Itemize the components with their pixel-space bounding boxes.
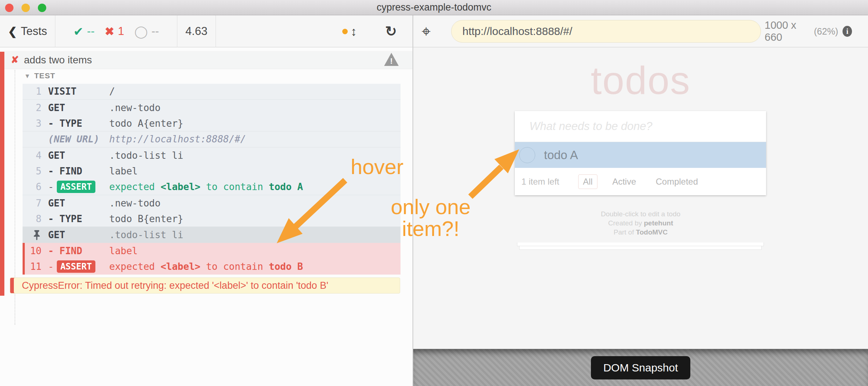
caret-down-icon: ▾ (25, 71, 29, 80)
stat-passed: ✔ -- (73, 24, 94, 39)
back-to-tests-button[interactable]: ❮ Tests (0, 15, 55, 47)
error-message: CypressError: Timed out retrying: expect… (22, 280, 328, 291)
petehunt-link[interactable]: petehunt (644, 219, 673, 227)
back-to-tests-label: Tests (21, 25, 47, 38)
minimize-window-icon[interactable] (21, 4, 30, 12)
todos-heading: todos (413, 58, 868, 103)
command-row-find[interactable]: 5 - FIND label (23, 163, 401, 179)
app-preview: todos todo A 1 item left All Active Comp… (413, 47, 868, 349)
refresh-icon[interactable]: ↻ (385, 15, 397, 47)
check-icon: ✔ (73, 24, 83, 39)
test-section-header[interactable]: ▾ TEST (25, 71, 55, 80)
command-row-type[interactable]: 8 - TYPE todo B{enter} (23, 211, 401, 227)
command-row-get[interactable]: 2 GET .new-todo (23, 100, 401, 116)
command-row-assert-failed[interactable]: 11 -ASSERT expected <label> to contain t… (23, 259, 401, 275)
circle-icon: ◯ (134, 24, 148, 39)
test-section-label: TEST (34, 71, 55, 80)
error-message-box[interactable]: CypressError: Timed out retrying: expect… (10, 277, 400, 294)
window-titlebar: cypress-example-todomvc (0, 0, 868, 15)
viewport-size: 1000 x 660 (765, 19, 810, 43)
test-stats: ✔ -- ✖ 1 ◯ -- (55, 15, 177, 47)
todo-toggle-icon[interactable] (519, 147, 535, 163)
stat-pending: ◯ -- (134, 24, 159, 39)
failed-test-indicator (0, 52, 4, 296)
test-header[interactable]: ✘ adds two items ! (4, 51, 413, 69)
filter-all[interactable]: All (578, 174, 597, 189)
command-row-assert-pass[interactable]: 6 -ASSERT expected <label> to contain to… (23, 179, 401, 195)
filter-active[interactable]: Active (608, 174, 641, 189)
command-row-new-url[interactable]: (NEW URL) http://localhost:8888/#/ (23, 131, 401, 147)
items-left-count: 1 item left (521, 177, 559, 187)
todo-item-selected[interactable]: todo A (515, 142, 766, 168)
auto-scroll-dot-icon (342, 29, 348, 34)
footer-partof: Part of TodoMVC (413, 228, 868, 237)
todomvc-link[interactable]: TodoMVC (636, 228, 668, 236)
command-row-get-pinned[interactable]: GET .todo-list li (23, 227, 401, 243)
new-todo-row (515, 111, 766, 142)
assert-badge-pass: ASSERT (57, 181, 96, 193)
pin-icon (23, 229, 42, 240)
annotation-only-one-item: only one item?! (385, 196, 476, 240)
viewport-info: 1000 x 660 (62%) i (765, 15, 852, 47)
dom-snapshot-badge: DOM Snapshot (591, 356, 690, 379)
toolbar: ❮ Tests ✔ -- ✖ 1 ◯ -- 4.63 ↕ ↻ ⌖ (0, 15, 868, 47)
command-row-find-failed[interactable]: 10 - FIND label (23, 243, 401, 259)
app-window: cypress-example-todomvc ❮ Tests ✔ -- ✖ 1… (0, 0, 868, 386)
annotation-hover: hover (351, 156, 403, 178)
url-bar[interactable] (451, 20, 761, 43)
window-title: cypress-example-todomvc (0, 2, 868, 13)
todoapp-card: todo A 1 item left All Active Completed (515, 111, 766, 195)
stacked-sheet-shadow (519, 246, 762, 250)
x-icon: ✖ (105, 25, 114, 38)
auto-scroll-toggle[interactable]: ↕ (342, 15, 357, 47)
command-row-get[interactable]: 4 GET .todo-list li (23, 147, 401, 164)
test-fail-icon: ✘ (11, 54, 19, 66)
selector-playground-icon[interactable]: ⌖ (422, 15, 431, 47)
snapshot-band: DOM Snapshot (413, 349, 868, 386)
close-window-icon[interactable] (5, 4, 13, 12)
info-icon[interactable]: i (843, 26, 852, 37)
chevron-left-icon: ❮ (8, 25, 17, 38)
footer-hint: Double-click to edit a todo (413, 209, 868, 218)
failed-count: 1 (118, 25, 124, 38)
todoapp-footer: 1 item left All Active Completed (515, 168, 766, 195)
new-todo-input[interactable] (529, 120, 748, 133)
warning-icon[interactable]: ! (384, 53, 399, 67)
stat-failed: ✖ 1 (105, 25, 124, 38)
zoom-window-icon[interactable] (38, 4, 46, 12)
stacked-sheet-shadow (517, 243, 764, 246)
test-duration: 4.63 (177, 15, 216, 47)
passed-count: -- (87, 25, 95, 38)
command-row-get[interactable]: 7 GET .new-todo (23, 195, 401, 211)
scroll-arrows-icon: ↕ (351, 24, 357, 39)
command-row-visit[interactable]: 1 VISIT / (23, 84, 401, 100)
filter-completed[interactable]: Completed (651, 174, 703, 189)
url-input[interactable] (462, 25, 750, 38)
reporter-panel: ✘ adds two items ! ▾ TEST 1 VISIT / 2 GE… (0, 47, 413, 386)
todo-label: todo A (544, 148, 578, 162)
assert-badge-fail: ASSERT (57, 260, 96, 273)
app-page-footer: Double-click to edit a todo Created by p… (413, 209, 868, 237)
viewport-scale: (62%) (814, 26, 839, 37)
test-title: adds two items (24, 54, 92, 66)
command-log: 1 VISIT / 2 GET .new-todo 3 - TYPE todo … (23, 84, 401, 275)
footer-credit: Created by petehunt (413, 218, 868, 228)
pending-count: -- (151, 25, 159, 38)
command-row-type[interactable]: 3 - TYPE todo A{enter} (23, 115, 401, 131)
